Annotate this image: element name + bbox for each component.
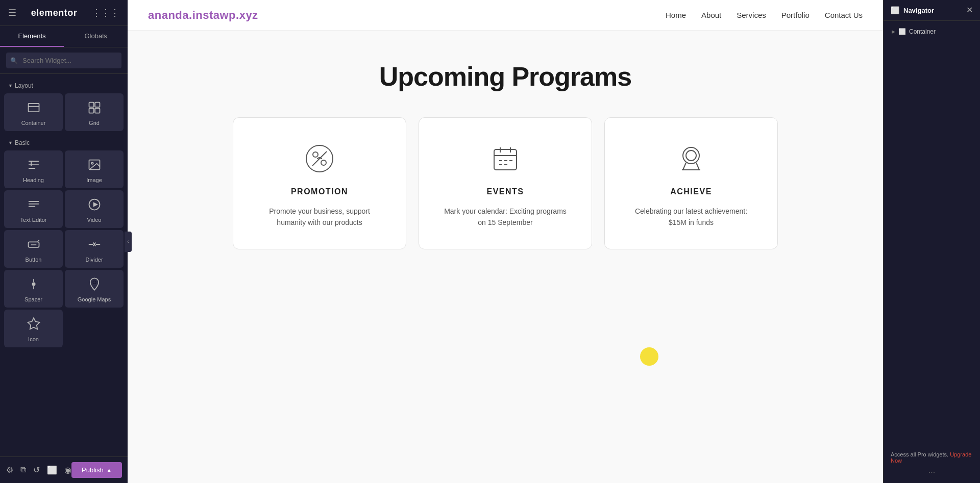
spacer-icon bbox=[27, 277, 41, 293]
video-icon bbox=[87, 197, 102, 214]
card-events-title: EVENTS bbox=[486, 187, 524, 196]
svg-point-37 bbox=[683, 147, 699, 164]
sidebar-header: ☰ elementor ⋮⋮⋮ bbox=[0, 0, 128, 26]
nav-item-contact[interactable]: Contact Us bbox=[825, 11, 863, 20]
collapse-handle[interactable]: ‹ bbox=[125, 232, 132, 252]
widget-video[interactable]: Video bbox=[65, 190, 124, 228]
nav-tree-box-icon: ⬜ bbox=[898, 28, 906, 35]
svg-rect-28 bbox=[494, 149, 517, 170]
svg-rect-4 bbox=[89, 108, 93, 113]
svg-line-27 bbox=[312, 151, 327, 166]
svg-line-16 bbox=[38, 240, 39, 241]
nav-item-about[interactable]: About bbox=[701, 11, 721, 20]
widgets-panel: Layout Container Grid Basic T bbox=[0, 74, 128, 471]
widget-divider-label: Divider bbox=[85, 257, 103, 263]
divider-icon bbox=[87, 237, 102, 253]
layout-widgets: Container Grid bbox=[4, 93, 124, 131]
basic-widgets: T Heading Image Text Editor Vi bbox=[4, 150, 124, 347]
widget-heading[interactable]: T Heading bbox=[4, 150, 63, 188]
layout-section-label[interactable]: Layout bbox=[4, 79, 124, 93]
svg-line-40 bbox=[696, 163, 699, 170]
bottom-icons: ⚙ ⧉ ↺ ⬜ ◉ bbox=[6, 465, 71, 475]
nav-tree-arrow-icon: ▶ bbox=[892, 29, 895, 34]
svg-marker-13 bbox=[93, 202, 97, 207]
navigator-panel-icon: ⬜ bbox=[891, 6, 899, 14]
widget-grid[interactable]: Grid bbox=[65, 93, 124, 131]
card-events: EVENTS Mark your calendar: Exciting prog… bbox=[419, 117, 592, 249]
grid-icon[interactable]: ⋮⋮⋮ bbox=[92, 7, 119, 18]
nav-tree-container[interactable]: ▶ ⬜ Container bbox=[888, 25, 976, 38]
svg-line-39 bbox=[683, 163, 686, 170]
layers-icon[interactable]: ⧉ bbox=[20, 465, 26, 475]
promotion-icon bbox=[304, 143, 335, 178]
publish-chevron-icon: ▲ bbox=[107, 467, 112, 473]
widget-google-maps-label: Google Maps bbox=[78, 296, 111, 302]
card-promotion-desc: Promote your business, support humanity … bbox=[254, 206, 385, 228]
widget-text-editor[interactable]: Text Editor bbox=[4, 190, 63, 228]
responsive-icon[interactable]: ⬜ bbox=[47, 465, 57, 475]
search-input[interactable] bbox=[6, 53, 121, 68]
google-maps-icon bbox=[87, 277, 102, 293]
widget-spacer-label: Spacer bbox=[24, 296, 42, 302]
widget-image[interactable]: Image bbox=[65, 150, 124, 188]
svg-point-25 bbox=[313, 152, 318, 157]
section-title: Upcoming Programs bbox=[379, 61, 631, 92]
site-nav: ananda.instawp.xyz Home About Services P… bbox=[128, 0, 883, 31]
settings-icon[interactable]: ⚙ bbox=[6, 465, 13, 475]
widget-grid-label: Grid bbox=[89, 120, 100, 126]
yellow-dot bbox=[640, 347, 658, 366]
svg-point-22 bbox=[93, 281, 96, 284]
grid-widget-icon bbox=[87, 100, 102, 117]
sidebar-tabs: Elements Globals bbox=[0, 26, 128, 47]
nav-item-portfolio[interactable]: Portfolio bbox=[781, 11, 810, 20]
navigator-body: ▶ ⬜ Container bbox=[884, 21, 980, 445]
card-promotion-title: PROMOTION bbox=[291, 187, 348, 196]
basic-section-label[interactable]: Basic bbox=[4, 136, 124, 150]
svg-rect-2 bbox=[89, 103, 93, 107]
widget-button[interactable]: Button bbox=[4, 230, 63, 268]
svg-text:T: T bbox=[29, 159, 33, 167]
site-logo: ananda.instawp.xyz bbox=[148, 9, 258, 22]
widget-text-editor-label: Text Editor bbox=[20, 217, 47, 223]
widget-container[interactable]: Container bbox=[4, 93, 63, 131]
container-icon bbox=[27, 100, 41, 117]
achieve-icon bbox=[676, 143, 706, 178]
widget-divider[interactable]: Divider bbox=[65, 230, 124, 268]
widget-container-label: Container bbox=[21, 120, 46, 126]
image-icon bbox=[87, 158, 102, 174]
navigator-dots: ... bbox=[891, 464, 973, 477]
svg-point-26 bbox=[321, 160, 326, 165]
widget-heading-label: Heading bbox=[23, 177, 44, 183]
card-achieve-title: ACHIEVE bbox=[670, 187, 712, 196]
hamburger-icon[interactable]: ☰ bbox=[8, 7, 16, 18]
svg-rect-3 bbox=[95, 103, 100, 107]
page-body: Upcoming Programs PROMOTION Promote your… bbox=[128, 31, 883, 483]
navigator-title: ⬜ Navigator bbox=[891, 6, 934, 14]
history-icon[interactable]: ↺ bbox=[33, 465, 40, 475]
svg-point-8 bbox=[91, 162, 93, 164]
preview-icon[interactable]: ◉ bbox=[64, 465, 71, 475]
widget-video-label: Video bbox=[87, 217, 102, 223]
navigator-footer: Access all Pro widgets. Upgrade Now ... bbox=[884, 445, 980, 483]
card-events-desc: Mark your calendar: Exciting programs on… bbox=[439, 206, 571, 228]
nav-item-services[interactable]: Services bbox=[737, 11, 766, 20]
navigator-panel: ⬜ Navigator ✕ ▶ ⬜ Container Access all P… bbox=[883, 0, 980, 483]
navigator-header: ⬜ Navigator ✕ bbox=[884, 0, 980, 21]
close-navigator-button[interactable]: ✕ bbox=[966, 6, 973, 14]
widget-spacer[interactable]: Spacer bbox=[4, 270, 63, 308]
search-area bbox=[0, 47, 128, 74]
card-promotion: PROMOTION Promote your business, support… bbox=[233, 117, 406, 249]
widget-button-label: Button bbox=[26, 257, 42, 263]
tab-globals[interactable]: Globals bbox=[64, 26, 128, 47]
card-achieve-desc: Celebrating our latest achievement: $15M… bbox=[625, 206, 757, 228]
widget-icon[interactable]: Icon bbox=[4, 310, 63, 347]
widget-icon-label: Icon bbox=[28, 336, 39, 342]
app-logo: elementor bbox=[31, 8, 78, 18]
widget-google-maps[interactable]: Google Maps bbox=[65, 270, 124, 308]
main-canvas: ananda.instawp.xyz Home About Services P… bbox=[128, 0, 883, 483]
widget-image-label: Image bbox=[86, 177, 102, 183]
publish-button[interactable]: Publish ▲ bbox=[71, 462, 122, 478]
icon-widget-icon bbox=[27, 317, 41, 333]
nav-item-home[interactable]: Home bbox=[666, 11, 686, 20]
tab-elements[interactable]: Elements bbox=[0, 26, 64, 47]
